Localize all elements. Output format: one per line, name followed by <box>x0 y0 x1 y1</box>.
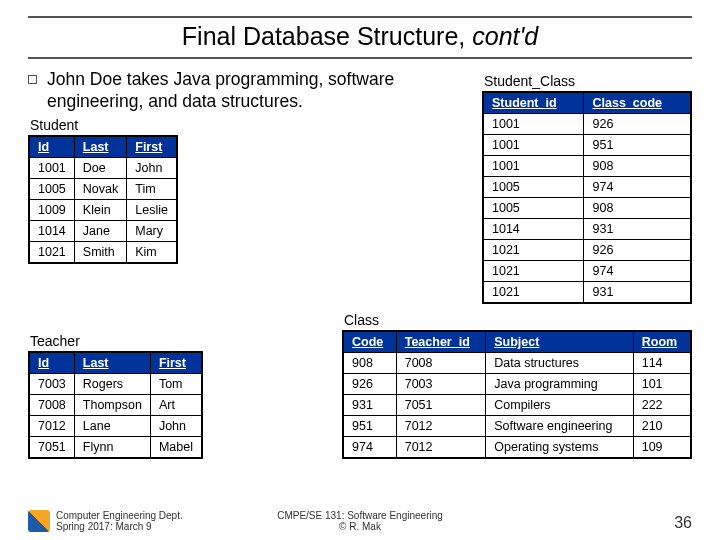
column-header: First <box>150 352 202 374</box>
table-row: 7012LaneJohn <box>29 416 202 437</box>
table-row: 1005974 <box>483 177 691 198</box>
footer-course: CMPE/SE 131: Software Engineering <box>249 510 470 521</box>
table-row: 1014JaneMary <box>29 220 177 241</box>
column-header: Id <box>29 136 74 158</box>
column-header: Last <box>74 136 126 158</box>
title-italic: cont'd <box>472 22 538 50</box>
title-main: Final Database Structure, <box>182 22 472 50</box>
footer-copyright: © R. Mak <box>249 521 470 532</box>
table-row: 1021931 <box>483 282 691 304</box>
class-table: CodeTeacher_idSubjectRoom9087008Data str… <box>342 330 692 459</box>
column-header: Code <box>343 331 396 353</box>
footer-date: Spring 2017: March 9 <box>56 521 183 532</box>
column-header: Id <box>29 352 74 374</box>
sjsu-logo-icon <box>28 510 50 532</box>
student-class-table: Student_idClass_code10019261001951100190… <box>482 91 692 304</box>
slide-title: Final Database Structure, cont'd <box>28 16 692 59</box>
table-row: 1001951 <box>483 135 691 156</box>
table-row: 1001908 <box>483 156 691 177</box>
page-number: 36 <box>471 514 692 532</box>
column-header: Subject <box>486 331 633 353</box>
table-row: 9267003Java programming101 <box>343 374 691 395</box>
table-row: 1005908 <box>483 198 691 219</box>
table-row: 1021SmithKim <box>29 241 177 263</box>
table-row: 9087008Data structures114 <box>343 353 691 374</box>
table-row: 1001DoeJohn <box>29 157 177 178</box>
table-row: 1001926 <box>483 114 691 135</box>
table-row: 1021974 <box>483 261 691 282</box>
table-row: 9317051Compilers222 <box>343 395 691 416</box>
footer: Computer Engineering Dept. Spring 2017: … <box>0 510 720 532</box>
bullet-text: John Doe takes Java programming, softwar… <box>47 69 468 113</box>
student-class-label: Student_Class <box>484 73 692 89</box>
footer-dept: Computer Engineering Dept. <box>56 510 183 521</box>
column-header: First <box>127 136 177 158</box>
column-header: Room <box>633 331 691 353</box>
column-header: Last <box>74 352 150 374</box>
teacher-label: Teacher <box>30 333 328 349</box>
table-row: 9747012Operating systems109 <box>343 437 691 459</box>
table-row: 7051FlynnMabel <box>29 437 202 459</box>
table-row: 9517012Software engineering210 <box>343 416 691 437</box>
bullet-icon <box>28 75 37 84</box>
teacher-table: IdLastFirst7003RogersTom7008ThompsonArt7… <box>28 351 203 459</box>
class-label: Class <box>344 312 692 328</box>
table-row: 7003RogersTom <box>29 374 202 395</box>
column-header: Teacher_id <box>396 331 486 353</box>
table-row: 1009KleinLeslie <box>29 199 177 220</box>
table-row: 1005NovakTim <box>29 178 177 199</box>
student-table: IdLastFirst1001DoeJohn1005NovakTim1009Kl… <box>28 135 178 264</box>
column-header: Class_code <box>584 92 691 114</box>
table-row: 7008ThompsonArt <box>29 395 202 416</box>
table-row: 1021926 <box>483 240 691 261</box>
table-row: 1014931 <box>483 219 691 240</box>
column-header: Student_id <box>483 92 584 114</box>
student-label: Student <box>30 117 468 133</box>
